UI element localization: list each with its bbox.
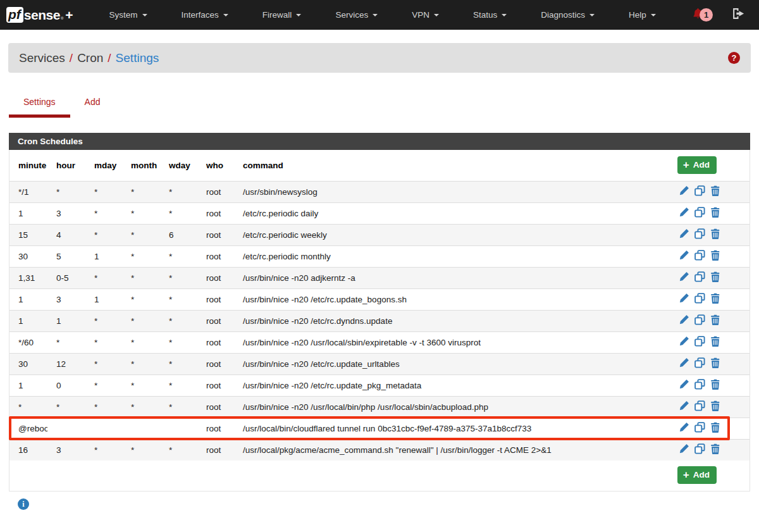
edit-job-button[interactable] [679, 443, 689, 456]
delete-job-button[interactable] [710, 185, 720, 198]
cell-actions [655, 331, 750, 353]
tab-settings[interactable]: Settings [9, 89, 70, 118]
breadcrumb-item-settings[interactable]: Settings [116, 51, 159, 65]
copy-job-button[interactable] [694, 185, 705, 198]
cell-actions [655, 439, 750, 461]
delete-job-button[interactable] [710, 422, 720, 435]
menu-item-label: VPN [412, 0, 429, 30]
notifications-button[interactable]: 1 [692, 8, 713, 22]
cell-minute: 1 [9, 310, 47, 331]
cell-hour: * [47, 396, 85, 418]
cell-who: root [197, 202, 234, 224]
copy-job-button[interactable] [694, 271, 705, 284]
cron-row: 1 3 1 * * root /usr/bin/nice -n20 /etc/r… [9, 288, 750, 310]
cell-hour: 12 [47, 353, 85, 374]
menu-item-status[interactable]: Status [456, 0, 524, 30]
copy-job-button[interactable] [694, 293, 705, 306]
top-navbar: pf sense ® + System Interfaces Firewall … [0, 0, 759, 30]
edit-job-button[interactable] [679, 185, 689, 198]
copy-job-button[interactable] [694, 207, 705, 220]
copy-job-button[interactable] [694, 250, 705, 263]
cell-hour: 4 [47, 224, 85, 245]
edit-job-button[interactable] [679, 336, 689, 349]
copy-icon [694, 361, 705, 370]
cell-wday: * [160, 245, 197, 267]
breadcrumb-item-cron[interactable]: Cron [77, 51, 103, 65]
table-header-row: minute hour mday month wday who command … [9, 150, 750, 181]
copy-job-button[interactable] [694, 357, 705, 370]
menu-item-help[interactable]: Help [612, 0, 673, 30]
cell-mday: * [85, 202, 122, 224]
plus-icon: + [683, 161, 689, 169]
menu-item-system[interactable]: System [92, 0, 164, 30]
tab-add[interactable]: Add [70, 89, 115, 118]
copy-job-button[interactable] [694, 336, 705, 349]
copy-job-button[interactable] [694, 443, 705, 456]
edit-job-button[interactable] [679, 400, 689, 413]
cron-row: 1 3 * * * root /etc/rc.periodic daily [9, 202, 750, 224]
cell-command: /etc/rc.periodic weekly [234, 224, 655, 245]
cell-actions [655, 396, 750, 418]
add-button-top[interactable]: + Add [677, 156, 717, 174]
pfsense-logo[interactable]: pf sense ® + [6, 7, 73, 23]
delete-job-button[interactable] [710, 400, 720, 413]
cell-command: /usr/bin/nice -n20 /usr/local/sbin/expir… [234, 331, 655, 353]
menu-item-services[interactable]: Services [318, 0, 395, 30]
edit-job-button[interactable] [679, 207, 689, 220]
menu-item-firewall[interactable]: Firewall [245, 0, 319, 30]
menu-item-vpn[interactable]: VPN [395, 0, 456, 30]
breadcrumb-item-services[interactable]: Services [19, 51, 65, 65]
copy-job-button[interactable] [694, 228, 705, 241]
delete-job-button[interactable] [710, 443, 720, 456]
tab-bar: Settings Add [9, 89, 750, 118]
cell-hour: * [47, 331, 85, 353]
copy-job-button[interactable] [694, 314, 705, 327]
cron-row: 1 1 * * * root /usr/bin/nice -n20 /etc/r… [9, 310, 750, 331]
delete-job-button[interactable] [710, 314, 720, 327]
panel-footer: + Add [9, 461, 750, 491]
copy-icon [694, 425, 705, 435]
cell-command: /etc/rc.periodic daily [234, 202, 655, 224]
cell-wday: * [160, 202, 197, 224]
copy-icon [694, 275, 705, 284]
edit-job-button[interactable] [679, 250, 689, 263]
delete-job-button[interactable] [710, 357, 720, 370]
cell-actions [655, 267, 750, 288]
edit-job-button[interactable] [679, 357, 689, 370]
chevron-down-icon [296, 14, 301, 16]
menu-item-diagnostics[interactable]: Diagnostics [524, 0, 612, 30]
delete-job-button[interactable] [710, 336, 720, 349]
edit-job-button[interactable] [679, 379, 689, 392]
cell-mday: * [85, 310, 122, 331]
cell-command: /usr/bin/nice -n20 /etc/rc.update_pkg_me… [234, 374, 655, 396]
cell-actions [655, 224, 750, 245]
help-button[interactable]: ? [728, 52, 740, 64]
delete-job-button[interactable] [710, 293, 720, 306]
delete-job-button[interactable] [710, 379, 720, 392]
menu-item-label: Interfaces [182, 0, 219, 30]
delete-job-button[interactable] [710, 271, 720, 284]
cell-wday: * [160, 439, 197, 461]
info-button[interactable]: i [18, 498, 29, 510]
delete-job-button[interactable] [710, 207, 720, 220]
edit-job-button[interactable] [679, 271, 689, 284]
edit-job-button[interactable] [679, 422, 689, 435]
cron-table: minute hour mday month wday who command … [9, 150, 750, 461]
delete-job-button[interactable] [710, 250, 720, 263]
delete-job-button[interactable] [710, 228, 720, 241]
copy-job-button[interactable] [694, 422, 705, 435]
copy-job-button[interactable] [694, 400, 705, 413]
edit-job-button[interactable] [679, 314, 689, 327]
cell-wday: 6 [160, 224, 197, 245]
edit-pencil-icon [679, 361, 689, 370]
cell-who: root [197, 418, 234, 439]
delete-trash-icon [710, 296, 720, 306]
chevron-down-icon [223, 14, 228, 16]
add-button-bottom[interactable]: + Add [677, 466, 717, 484]
logout-button[interactable] [732, 8, 745, 22]
menu-item-interfaces[interactable]: Interfaces [164, 0, 245, 30]
edit-job-button[interactable] [679, 228, 689, 241]
copy-job-button[interactable] [694, 379, 705, 392]
edit-job-button[interactable] [679, 293, 689, 306]
cell-who: root [197, 374, 234, 396]
